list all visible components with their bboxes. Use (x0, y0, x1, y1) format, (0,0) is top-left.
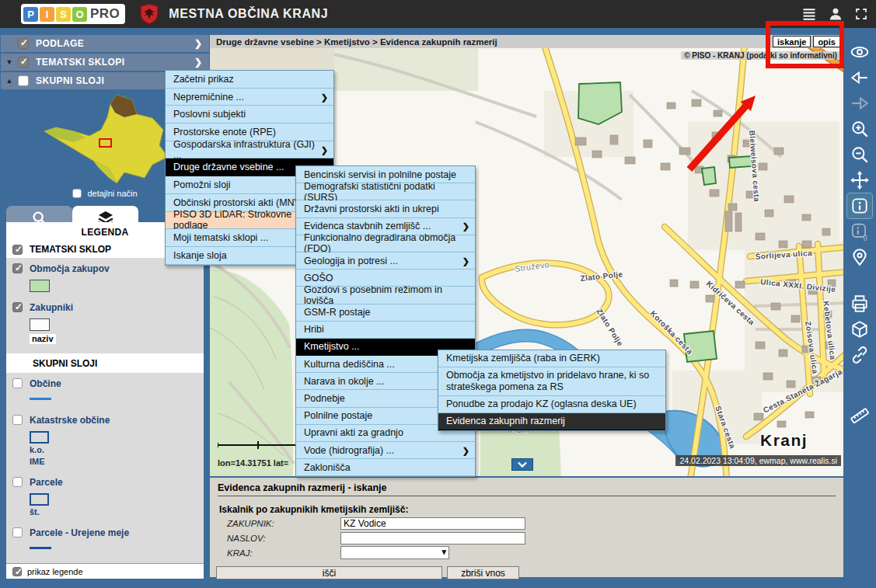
form-subtitle: Iskalnik po zakupnikih kmetijskih zemlji… (219, 504, 836, 515)
municipality-title: MESTNA OBČINA KRANJ (169, 7, 328, 21)
submenu-chevron-icon: ❯ (462, 221, 469, 231)
show-legend-checkbox[interactable] (12, 567, 22, 576)
section-checkbox[interactable] (18, 57, 29, 68)
map-label-city: Kranj (760, 431, 808, 449)
submenu-chevron-icon: ❯ (462, 256, 469, 266)
sidebar-section[interactable]: ▼ TEMATSKI SKLOPI ❯ (1, 54, 209, 71)
opis-button[interactable]: opis (813, 36, 840, 47)
menu-item[interactable]: Državni prostorski akti in ukrepi ❯ (296, 200, 475, 217)
map-copyright: © PISO - KRANJ (podatki so informativni) (681, 51, 840, 60)
identify-group-icon: g (850, 221, 870, 242)
kmetijstvo-submenu: Kmetijska zemljišča (raba in GERK) ❯ Obm… (438, 350, 666, 431)
zoom-out-button[interactable] (847, 142, 872, 167)
menu-item[interactable]: Funkcionalno degradirana območja (FDO) ❯ (296, 235, 475, 252)
legend-swatch (30, 493, 49, 506)
section-checkbox[interactable] (18, 38, 29, 49)
menu-item[interactable]: Ponudbe za prodajo KZ (oglasna deska UE)… (438, 396, 665, 413)
menu-item[interactable]: Območja za kmetijstvo in pridelavo hrane… (438, 367, 665, 396)
iskanje-button[interactable]: iskanje (773, 36, 811, 47)
visibility-button[interactable] (847, 40, 872, 64)
menu-item[interactable]: Poslovni subjekti ❯ (166, 106, 333, 124)
location-button[interactable] (847, 245, 872, 270)
legend-layer-item: Parcele št. (6, 473, 204, 524)
logo-letter: P (23, 7, 38, 22)
menu-item[interactable]: Kmetijska zemljišča (raba in GERK) ❯ (438, 350, 665, 367)
layer-checkbox[interactable] (12, 415, 23, 425)
menu-item[interactable]: Gospodarska infrastruktura (GJI) ... ❯ (166, 141, 333, 159)
menu-icon[interactable] (801, 6, 817, 22)
menu-item[interactable]: Demografski statistični podatki (SURS) ❯ (296, 183, 475, 200)
kraj-label: KRAJ: (227, 548, 340, 558)
identify-button[interactable] (847, 193, 872, 218)
kranj-coat-of-arms-icon (139, 3, 159, 25)
logo-letter: S (56, 7, 71, 22)
menu-item[interactable]: Gozdovi s posebnim režimom in lovišča ❯ (296, 287, 475, 304)
expander-icon[interactable]: ▼ (1, 58, 18, 66)
submenu-chevron-icon: ❯ (321, 144, 328, 155)
svg-text:g: g (863, 232, 867, 241)
menu-item[interactable]: Hribi ❯ (296, 322, 475, 339)
logo-suffix: PRO (89, 6, 121, 22)
layer-checkbox[interactable] (12, 378, 23, 388)
menu-item[interactable]: Začetni prikaz ❯ (166, 71, 333, 89)
map-toolbar: g (843, 28, 876, 588)
eye-icon (850, 42, 870, 62)
section-checkbox[interactable] (18, 75, 29, 86)
legend-group2-header: SKUPNI SLOJI (6, 353, 204, 373)
zoom-out-icon (850, 144, 870, 165)
piso-logo[interactable]: P I S O PRO (21, 4, 125, 24)
menu-item[interactable]: Evidenca zakupnih razmerij ❯ (438, 413, 665, 430)
zakupnik-label: ZAKUPNIK: (227, 519, 340, 528)
zoom-in-button[interactable] (847, 117, 872, 141)
user-icon[interactable] (828, 6, 843, 22)
share-link-button[interactable] (847, 343, 872, 367)
expander-icon[interactable]: ▲ (1, 77, 18, 85)
layer-checkbox[interactable] (12, 302, 23, 312)
menu-item[interactable]: Geologija in potresi ... ❯ (296, 252, 475, 270)
naslov-input[interactable] (340, 532, 525, 545)
form-title: Evidenca zakupnih razmerij - iskanje (218, 482, 836, 496)
breadcrumb: Druge državne vsebine > Kmetijstvo > Evi… (216, 37, 497, 47)
isci-button[interactable]: išči (216, 566, 442, 579)
menu-item[interactable]: Vode (hidrografija) ... ❯ (296, 442, 475, 459)
print-button[interactable] (847, 291, 872, 316)
group-checkbox[interactable] (12, 245, 23, 255)
legend-layer-item: Zakupniki naziv (6, 298, 204, 350)
legend-footer: prikaz legende (6, 563, 204, 579)
legend-panel: LEGENDA TEMATSKI SKLOP Območja zakupov (6, 222, 204, 579)
breadcrumb-bar: Druge državne vsebine > Kmetijstvo > Evi… (210, 35, 843, 48)
zbrisi-vnos-button[interactable]: zbriši vnos (447, 566, 519, 579)
identify-group-button[interactable]: g (847, 219, 872, 244)
map-credit: 24.02.2023 13:04:09, ewmap, www.realis.s… (675, 455, 841, 466)
kraj-select[interactable]: ▾ (340, 546, 449, 559)
collapse-panel-button[interactable] (511, 458, 533, 471)
view-3d-button[interactable] (847, 317, 872, 342)
chevron-down-icon (518, 461, 527, 468)
layer-checkbox[interactable] (12, 263, 23, 273)
search-form-panel: Evidenca zakupnih razmerij - iskanje Isk… (210, 478, 843, 577)
layer-checkbox[interactable] (12, 527, 23, 538)
measure-button[interactable] (847, 403, 872, 428)
piso-app: P I S O PRO MESTNA OBČINA KRANJ (0, 0, 876, 588)
detail-mode-checkbox[interactable] (72, 189, 82, 198)
pan-button[interactable] (847, 168, 872, 193)
layer-checkbox[interactable] (12, 477, 23, 487)
menu-item[interactable]: Nepremičnine ... ❯ (166, 89, 333, 106)
logo-letter: I (40, 7, 54, 22)
fullscreen-icon[interactable] (854, 7, 868, 21)
naslov-label: NASLOV: (227, 534, 340, 543)
map-label: Zlato Polje (595, 307, 624, 347)
map-label: Struževo (515, 259, 550, 273)
zakupnik-input[interactable] (340, 517, 525, 530)
sidebar-section[interactable]: PODLAGE ❯ (1, 35, 209, 52)
select-arrow-icon: ▾ (441, 547, 446, 557)
app-header: P I S O PRO MESTNA OBČINA KRANJ (0, 0, 876, 28)
menu-item[interactable]: Zaklonišča ❯ (296, 459, 475, 476)
legend-layer-item: Parcele - Urejene meje (6, 524, 204, 560)
menu-item[interactable]: GSM-R postaje ❯ (296, 304, 475, 322)
arrow-left-icon (850, 68, 870, 88)
forward-button[interactable] (847, 91, 872, 116)
back-button[interactable] (847, 65, 872, 90)
legend-swatch (30, 398, 51, 400)
logo-letter: O (72, 7, 87, 22)
